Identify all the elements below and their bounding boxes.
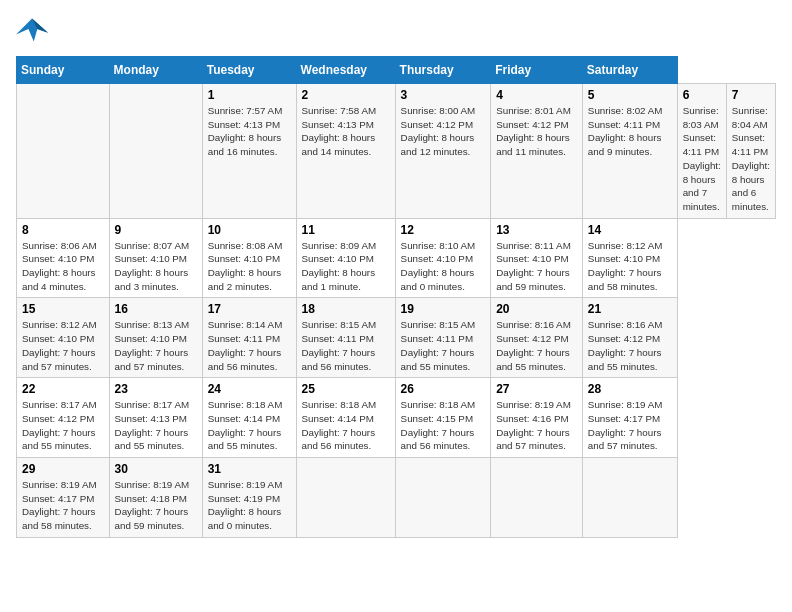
calendar-cell: 2Sunrise: 7:58 AMSunset: 4:13 PMDaylight… — [296, 84, 395, 219]
calendar-cell: 18Sunrise: 8:15 AMSunset: 4:11 PMDayligh… — [296, 298, 395, 378]
day-number: 5 — [588, 88, 672, 102]
calendar-cell: 3Sunrise: 8:00 AMSunset: 4:12 PMDaylight… — [395, 84, 491, 219]
day-info: Sunrise: 8:19 AMSunset: 4:17 PMDaylight:… — [588, 398, 672, 453]
calendar-week-row: 1Sunrise: 7:57 AMSunset: 4:13 PMDaylight… — [17, 84, 776, 219]
day-info: Sunrise: 7:58 AMSunset: 4:13 PMDaylight:… — [302, 104, 390, 159]
weekday-header-tuesday: Tuesday — [202, 57, 296, 84]
weekday-header-thursday: Thursday — [395, 57, 491, 84]
calendar-cell: 31Sunrise: 8:19 AMSunset: 4:19 PMDayligh… — [202, 458, 296, 538]
day-number: 26 — [401, 382, 486, 396]
day-number: 30 — [115, 462, 197, 476]
day-info: Sunrise: 8:08 AMSunset: 4:10 PMDaylight:… — [208, 239, 291, 294]
day-number: 24 — [208, 382, 291, 396]
weekday-header-monday: Monday — [109, 57, 202, 84]
day-info: Sunrise: 8:12 AMSunset: 4:10 PMDaylight:… — [588, 239, 672, 294]
calendar-cell: 27Sunrise: 8:19 AMSunset: 4:16 PMDayligh… — [491, 378, 583, 458]
day-info: Sunrise: 8:17 AMSunset: 4:12 PMDaylight:… — [22, 398, 104, 453]
day-number: 8 — [22, 223, 104, 237]
day-info: Sunrise: 8:06 AMSunset: 4:10 PMDaylight:… — [22, 239, 104, 294]
day-number: 3 — [401, 88, 486, 102]
weekday-header-row: SundayMondayTuesdayWednesdayThursdayFrid… — [17, 57, 776, 84]
day-number: 16 — [115, 302, 197, 316]
calendar-cell — [17, 84, 110, 219]
calendar-cell: 29Sunrise: 8:19 AMSunset: 4:17 PMDayligh… — [17, 458, 110, 538]
weekday-header-wednesday: Wednesday — [296, 57, 395, 84]
calendar-table: SundayMondayTuesdayWednesdayThursdayFrid… — [16, 56, 776, 538]
calendar-cell: 23Sunrise: 8:17 AMSunset: 4:13 PMDayligh… — [109, 378, 202, 458]
calendar-week-row: 15Sunrise: 8:12 AMSunset: 4:10 PMDayligh… — [17, 298, 776, 378]
day-number: 18 — [302, 302, 390, 316]
calendar-week-row: 29Sunrise: 8:19 AMSunset: 4:17 PMDayligh… — [17, 458, 776, 538]
day-info: Sunrise: 8:14 AMSunset: 4:11 PMDaylight:… — [208, 318, 291, 373]
calendar-cell: 7Sunrise: 8:04 AMSunset: 4:11 PMDaylight… — [726, 84, 775, 219]
day-number: 27 — [496, 382, 577, 396]
calendar-cell: 28Sunrise: 8:19 AMSunset: 4:17 PMDayligh… — [582, 378, 677, 458]
day-number: 20 — [496, 302, 577, 316]
calendar-week-row: 8Sunrise: 8:06 AMSunset: 4:10 PMDaylight… — [17, 218, 776, 298]
calendar-cell: 14Sunrise: 8:12 AMSunset: 4:10 PMDayligh… — [582, 218, 677, 298]
day-info: Sunrise: 8:12 AMSunset: 4:10 PMDaylight:… — [22, 318, 104, 373]
calendar-cell: 20Sunrise: 8:16 AMSunset: 4:12 PMDayligh… — [491, 298, 583, 378]
calendar-cell: 17Sunrise: 8:14 AMSunset: 4:11 PMDayligh… — [202, 298, 296, 378]
day-info: Sunrise: 8:02 AMSunset: 4:11 PMDaylight:… — [588, 104, 672, 159]
day-info: Sunrise: 8:17 AMSunset: 4:13 PMDaylight:… — [115, 398, 197, 453]
calendar-cell: 5Sunrise: 8:02 AMSunset: 4:11 PMDaylight… — [582, 84, 677, 219]
day-info: Sunrise: 8:16 AMSunset: 4:12 PMDaylight:… — [588, 318, 672, 373]
day-info: Sunrise: 8:19 AMSunset: 4:17 PMDaylight:… — [22, 478, 104, 533]
day-number: 13 — [496, 223, 577, 237]
day-info: Sunrise: 8:01 AMSunset: 4:12 PMDaylight:… — [496, 104, 577, 159]
weekday-header-saturday: Saturday — [582, 57, 677, 84]
day-number: 25 — [302, 382, 390, 396]
day-info: Sunrise: 8:04 AMSunset: 4:11 PMDaylight:… — [732, 104, 770, 214]
day-info: Sunrise: 8:13 AMSunset: 4:10 PMDaylight:… — [115, 318, 197, 373]
day-number: 21 — [588, 302, 672, 316]
calendar-cell: 16Sunrise: 8:13 AMSunset: 4:10 PMDayligh… — [109, 298, 202, 378]
day-number: 14 — [588, 223, 672, 237]
calendar-cell — [582, 458, 677, 538]
logo-icon — [16, 16, 48, 44]
day-info: Sunrise: 8:00 AMSunset: 4:12 PMDaylight:… — [401, 104, 486, 159]
calendar-cell: 8Sunrise: 8:06 AMSunset: 4:10 PMDaylight… — [17, 218, 110, 298]
day-info: Sunrise: 8:07 AMSunset: 4:10 PMDaylight:… — [115, 239, 197, 294]
day-info: Sunrise: 8:11 AMSunset: 4:10 PMDaylight:… — [496, 239, 577, 294]
day-info: Sunrise: 8:19 AMSunset: 4:18 PMDaylight:… — [115, 478, 197, 533]
day-info: Sunrise: 8:19 AMSunset: 4:19 PMDaylight:… — [208, 478, 291, 533]
calendar-cell: 10Sunrise: 8:08 AMSunset: 4:10 PMDayligh… — [202, 218, 296, 298]
day-number: 11 — [302, 223, 390, 237]
calendar-cell — [296, 458, 395, 538]
day-info: Sunrise: 8:09 AMSunset: 4:10 PMDaylight:… — [302, 239, 390, 294]
day-number: 29 — [22, 462, 104, 476]
calendar-cell — [491, 458, 583, 538]
day-info: Sunrise: 8:18 AMSunset: 4:14 PMDaylight:… — [208, 398, 291, 453]
day-info: Sunrise: 8:15 AMSunset: 4:11 PMDaylight:… — [302, 318, 390, 373]
day-number: 9 — [115, 223, 197, 237]
calendar-cell: 1Sunrise: 7:57 AMSunset: 4:13 PMDaylight… — [202, 84, 296, 219]
day-number: 6 — [683, 88, 721, 102]
day-number: 2 — [302, 88, 390, 102]
calendar-cell: 24Sunrise: 8:18 AMSunset: 4:14 PMDayligh… — [202, 378, 296, 458]
weekday-header-sunday: Sunday — [17, 57, 110, 84]
day-info: Sunrise: 8:18 AMSunset: 4:14 PMDaylight:… — [302, 398, 390, 453]
day-number: 10 — [208, 223, 291, 237]
calendar-cell: 30Sunrise: 8:19 AMSunset: 4:18 PMDayligh… — [109, 458, 202, 538]
calendar-cell: 21Sunrise: 8:16 AMSunset: 4:12 PMDayligh… — [582, 298, 677, 378]
day-info: Sunrise: 7:57 AMSunset: 4:13 PMDaylight:… — [208, 104, 291, 159]
day-number: 31 — [208, 462, 291, 476]
calendar-cell: 22Sunrise: 8:17 AMSunset: 4:12 PMDayligh… — [17, 378, 110, 458]
day-number: 4 — [496, 88, 577, 102]
day-info: Sunrise: 8:18 AMSunset: 4:15 PMDaylight:… — [401, 398, 486, 453]
day-number: 22 — [22, 382, 104, 396]
logo — [16, 16, 52, 44]
day-number: 12 — [401, 223, 486, 237]
calendar-cell: 26Sunrise: 8:18 AMSunset: 4:15 PMDayligh… — [395, 378, 491, 458]
calendar-cell: 11Sunrise: 8:09 AMSunset: 4:10 PMDayligh… — [296, 218, 395, 298]
calendar-cell: 4Sunrise: 8:01 AMSunset: 4:12 PMDaylight… — [491, 84, 583, 219]
day-info: Sunrise: 8:15 AMSunset: 4:11 PMDaylight:… — [401, 318, 486, 373]
calendar-cell — [395, 458, 491, 538]
calendar-cell: 19Sunrise: 8:15 AMSunset: 4:11 PMDayligh… — [395, 298, 491, 378]
day-number: 1 — [208, 88, 291, 102]
calendar-week-row: 22Sunrise: 8:17 AMSunset: 4:12 PMDayligh… — [17, 378, 776, 458]
day-number: 17 — [208, 302, 291, 316]
weekday-header-friday: Friday — [491, 57, 583, 84]
day-info: Sunrise: 8:03 AMSunset: 4:11 PMDaylight:… — [683, 104, 721, 214]
